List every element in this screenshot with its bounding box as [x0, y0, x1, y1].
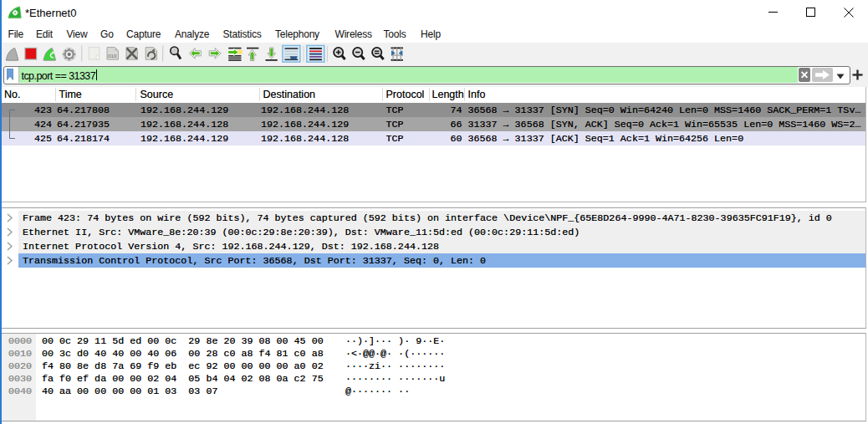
svg-text:010: 010 [108, 53, 117, 59]
